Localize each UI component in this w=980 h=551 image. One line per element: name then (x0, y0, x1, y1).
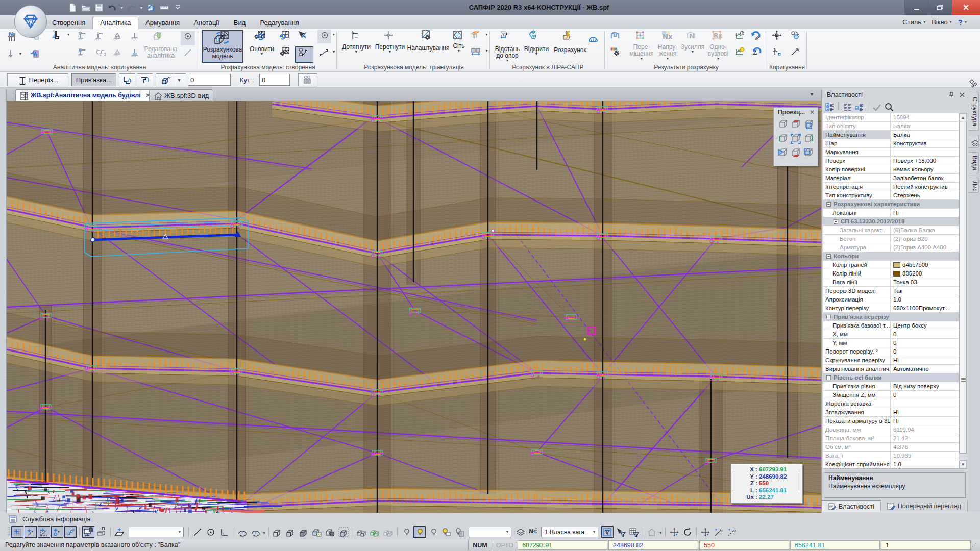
property-row[interactable]: Прив'язка базової т...Центр боксу (823, 321, 959, 330)
property-row[interactable]: Вирівнювання аналітич...Автоматично (823, 365, 959, 373)
menu-tab-1[interactable]: Створення (45, 17, 92, 29)
line-mode-button[interactable] (181, 47, 195, 62)
load-direction-button[interactable] (5, 48, 16, 63)
frame-gear-button[interactable] (278, 46, 294, 62)
snap-angle-toggle[interactable] (38, 526, 50, 538)
forces-button[interactable]: NЗусилля▼ (681, 30, 704, 63)
dropdown-icon[interactable]: ▼ (178, 530, 182, 534)
scene-3d-model[interactable] (7, 101, 821, 513)
alphabetical-icon[interactable] (842, 102, 852, 112)
property-value[interactable]: 0 (891, 339, 959, 347)
property-row[interactable]: Тип конструктивуСтержень (823, 191, 959, 200)
property-group[interactable]: −Прив'язка перерізу (823, 313, 959, 321)
beam-scheme-button[interactable] (295, 46, 313, 63)
snap-grid-toggle[interactable] (11, 526, 23, 538)
workplane-button[interactable] (113, 526, 126, 538)
reach-button[interactable]: Дотягнути▼ (340, 30, 373, 63)
property-row[interactable]: Площа бокова, м²21.42 (823, 434, 959, 443)
copy-object-button[interactable] (789, 30, 804, 45)
maximize-button[interactable] (928, 0, 951, 15)
property-value[interactable]: Залізобетон балок (891, 174, 959, 182)
property-row[interactable]: Колір поверхнінемає кольору (823, 165, 959, 174)
result-mosaic-button[interactable] (608, 46, 625, 62)
screen-magnet-toggle[interactable] (82, 526, 94, 538)
property-value[interactable]: Ні (891, 408, 959, 416)
frame-sync-button[interactable] (278, 30, 294, 45)
projection-iso-button[interactable] (777, 118, 789, 131)
property-row[interactable]: Поворот перерізу, °0 (823, 347, 959, 356)
projection-right-green-button[interactable] (803, 132, 815, 145)
graph-off-button[interactable]: ? (733, 30, 748, 45)
projection-top-red-button[interactable] (790, 118, 801, 131)
property-row[interactable]: ЗгладжуванняНі (823, 408, 959, 417)
dropdown-icon[interactable]: ▾ (139, 2, 144, 13)
property-value[interactable]: 805200 (891, 269, 959, 278)
viewport-3d[interactable]: Проекц... ✕ X:607293.91Y:248690.82Z:550L… (7, 101, 821, 513)
close-button[interactable] (951, 0, 980, 15)
property-row[interactable]: Арматура(2)Гориз А400.А400.... (823, 243, 959, 252)
section-button[interactable]: Переріз... (7, 73, 68, 86)
support-tri-button[interactable] (110, 31, 127, 45)
cursor-filter-button[interactable] (615, 526, 627, 538)
properties-close-icon[interactable] (959, 92, 965, 98)
snap-points-toggle[interactable] (51, 526, 63, 538)
menu-right-1[interactable]: Стиль (902, 18, 921, 26)
collapse-icon[interactable]: − (834, 219, 838, 224)
minimize-button[interactable] (904, 0, 928, 15)
beam-align-button[interactable] (137, 73, 153, 86)
search-icon[interactable] (884, 102, 894, 112)
app-logo[interactable] (14, 5, 47, 38)
projection-left-green-button[interactable] (777, 132, 789, 145)
select-new-button[interactable] (295, 30, 311, 45)
undo-result-button[interactable] (749, 30, 765, 45)
property-value[interactable]: Балка (891, 122, 959, 130)
property-value[interactable]: 6119.94 (891, 425, 959, 434)
offset-input[interactable]: 0 (188, 74, 231, 86)
sum-result-button[interactable]: Σ (749, 46, 765, 62)
rotate-ucs-x-button[interactable]: x (236, 526, 248, 538)
property-value[interactable]: Балка (891, 131, 959, 139)
support-fix-button[interactable] (128, 31, 144, 45)
property-row[interactable]: Коефіцієнт сприймання...1.0 (823, 460, 959, 469)
rotate-ucs-dropdown[interactable]: ▼ (262, 529, 266, 536)
side-tab-види[interactable]: Види (969, 152, 979, 173)
side-tab-layers-stack-icon[interactable] (969, 135, 979, 148)
draw-line-button[interactable] (191, 526, 204, 538)
light-off-button[interactable] (400, 526, 412, 538)
angle-input[interactable]: 0 (259, 74, 290, 86)
property-group[interactable]: −Рівень осі балки (823, 373, 959, 382)
dropdown-icon[interactable]: ▾ (119, 2, 125, 13)
intersect-button[interactable]: Перетнути▼ (374, 30, 406, 63)
layers-button[interactable] (514, 526, 527, 538)
property-row[interactable]: X, мм0 (823, 330, 959, 339)
retaining-wall-dropdown[interactable]: ▼ (65, 33, 71, 41)
property-row[interactable]: Бетон(2)Гориз B20 (823, 235, 959, 243)
spring-damper-button[interactable] (28, 48, 45, 64)
projection-close-icon[interactable]: ✕ (810, 109, 815, 116)
filter-toggle[interactable] (601, 526, 614, 538)
displacement-button[interactable]: Пере- міщення▼ (629, 30, 654, 63)
ceiling-mesh-dropdown[interactable]: ▼ (484, 33, 489, 40)
ceiling-mesh-button[interactable] (470, 30, 484, 44)
property-value[interactable]: 0 (891, 391, 959, 399)
mesh-button[interactable]: Сіть▼ (449, 30, 469, 63)
table-filter-button[interactable] (628, 526, 640, 538)
dropdown-icon[interactable]: ▾ (950, 20, 952, 24)
sketch-line-button[interactable] (713, 526, 725, 538)
house-sketch-dropdown[interactable]: ▼ (659, 529, 663, 536)
property-row[interactable]: Прив'язка рівняВід низу поверху (823, 382, 959, 391)
property-row[interactable]: ШарКонструктив (823, 139, 959, 148)
property-row[interactable]: Зміщення Z, мм0 (823, 391, 959, 399)
light-small-button[interactable] (427, 526, 439, 538)
menu-right-2[interactable]: Вікно (932, 18, 948, 26)
projection-bottom-red-button[interactable] (790, 146, 801, 160)
property-value[interactable]: Ні (891, 356, 959, 364)
property-row[interactable]: НайменуванняБалка (823, 131, 959, 139)
pin-icon[interactable] (948, 91, 955, 98)
collapse-icon[interactable]: − (826, 315, 831, 319)
pair-squares-button[interactable] (470, 46, 484, 61)
projection-fit-blue-button[interactable] (790, 132, 801, 145)
property-row[interactable]: Показати арматуру в 3DНі (823, 417, 959, 425)
distance-button[interactable]: lВідстань до опор▼ (493, 30, 522, 63)
dropdown-icon[interactable]: ▾ (965, 20, 967, 24)
